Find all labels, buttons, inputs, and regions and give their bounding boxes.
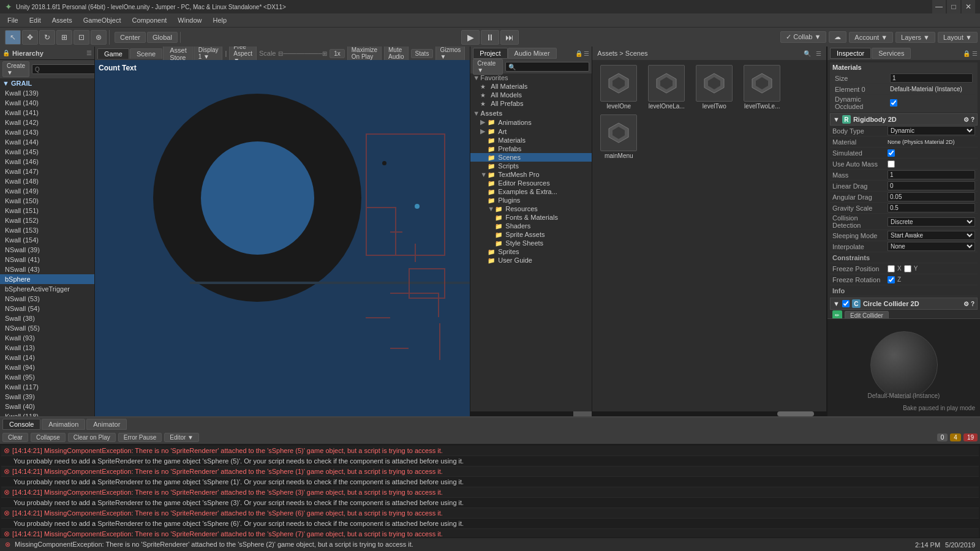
hier-item[interactable]: Kwall (151) xyxy=(0,206,94,216)
rigidbody2d-header[interactable]: ▼ R Rigidbody 2D ⚙ ? xyxy=(830,113,978,126)
transform-btn-1[interactable]: ↖ xyxy=(5,30,21,45)
pivot-btn[interactable]: Center xyxy=(115,32,146,43)
menu-component[interactable]: Component xyxy=(127,15,172,25)
account-btn[interactable]: Account ▼ xyxy=(849,32,893,43)
transform-btn-4[interactable]: ⊞ xyxy=(56,30,72,45)
gravity-scale-input[interactable] xyxy=(888,203,975,212)
hier-item[interactable]: NSwall (55) xyxy=(0,323,94,333)
hier-item[interactable]: Kwall (148) xyxy=(0,176,94,186)
simulated-checkbox[interactable] xyxy=(888,149,895,157)
hierarchy-create-btn[interactable]: Create ▼ xyxy=(2,61,29,77)
hier-item[interactable]: Kwall (118) xyxy=(0,411,94,416)
hier-item[interactable]: NSwall (43) xyxy=(0,264,94,274)
minimize-btn[interactable]: — xyxy=(932,0,946,13)
hier-item[interactable]: Kwall (14) xyxy=(0,353,94,362)
hierarchy-menu-icon[interactable]: ☰ xyxy=(86,50,92,56)
sleeping-mode-dropdown[interactable]: Start Awake xyxy=(888,231,975,240)
hier-item[interactable]: Swall (40) xyxy=(0,402,94,411)
hier-item[interactable]: NSwall (41) xyxy=(0,255,94,264)
transform-btn-6[interactable]: ⊛ xyxy=(91,30,107,45)
transform-btn-2[interactable]: ✥ xyxy=(22,30,38,45)
hier-item[interactable]: Kwall (145) xyxy=(0,147,94,157)
tree-shaders[interactable]: 📁Shaders xyxy=(470,222,592,230)
tab-scene[interactable]: Scene xyxy=(130,48,162,59)
editor-btn[interactable]: Editor ▼ xyxy=(164,433,199,442)
tree-all-prefabs[interactable]: ★All Prefabs xyxy=(470,99,592,108)
tree-textmesh[interactable]: ▼📁TextMesh Pro xyxy=(470,170,592,179)
linear-drag-input[interactable] xyxy=(888,181,975,190)
maximize-on-play-btn[interactable]: Maximize On Play xyxy=(347,45,382,61)
hier-item[interactable]: Kwall (153) xyxy=(0,225,94,235)
hier-item[interactable]: Kwall (13) xyxy=(0,343,94,353)
menu-assets[interactable]: Assets xyxy=(47,15,77,25)
hier-item[interactable]: Kwall (143) xyxy=(0,127,94,137)
menu-help[interactable]: Help xyxy=(208,15,232,25)
tree-all-models[interactable]: ★All Models xyxy=(470,91,592,99)
edit-collider-btn[interactable]: Edit Collider xyxy=(845,311,889,319)
tab-project[interactable]: Project xyxy=(473,48,507,59)
transform-btn-5[interactable]: ⊡ xyxy=(74,30,89,45)
hier-item[interactable]: Kwall (146) xyxy=(0,157,94,167)
favorites-header[interactable]: ▼ Favorites xyxy=(470,73,592,82)
menu-file[interactable]: File xyxy=(2,15,23,25)
tree-materials[interactable]: 📁Materials xyxy=(470,136,592,144)
asset-level-one-la[interactable]: levelOneLa... xyxy=(645,65,688,110)
tree-resources[interactable]: ▼📁Resources xyxy=(470,204,592,213)
tree-editor-resources[interactable]: 📁Editor Resources xyxy=(470,179,592,187)
tab-console[interactable]: Console xyxy=(2,419,40,430)
maximize-btn[interactable]: □ xyxy=(947,0,960,13)
dynamic-occluded-checkbox[interactable] xyxy=(890,99,897,107)
tab-game[interactable]: Game xyxy=(97,48,129,59)
hier-item[interactable]: NSwall (54) xyxy=(0,304,94,313)
tree-sprites[interactable]: 📁Sprites xyxy=(470,247,592,256)
tree-art[interactable]: ▶📁Art xyxy=(470,127,592,136)
project-search[interactable] xyxy=(505,62,589,72)
tab-audio-mixer[interactable]: Audio Mixer xyxy=(508,48,557,59)
layers-btn[interactable]: Layers ▼ xyxy=(895,32,935,43)
asset-level-one[interactable]: levelOne xyxy=(597,65,640,110)
tab-services[interactable]: Services xyxy=(872,48,911,59)
freeze-z-checkbox[interactable] xyxy=(888,276,895,283)
tree-scripts[interactable]: 📁Scripts xyxy=(470,162,592,170)
hier-item[interactable]: Swall (39) xyxy=(0,392,94,402)
hier-item-bsphere[interactable]: bSphere xyxy=(0,274,94,284)
hier-item[interactable]: Kwall (142) xyxy=(0,118,94,127)
asset-level-two-le[interactable]: levelTwoLe... xyxy=(741,65,783,110)
tree-scenes[interactable]: 📁Scenes xyxy=(470,153,592,162)
tab-animation[interactable]: Animation xyxy=(42,419,85,430)
hier-item[interactable]: Kwall (140) xyxy=(0,98,94,108)
hier-item[interactable]: Kwall (154) xyxy=(0,235,94,245)
hier-item[interactable]: Swall (38) xyxy=(0,313,94,323)
angular-drag-input[interactable] xyxy=(888,192,975,201)
size-input[interactable] xyxy=(890,73,973,83)
hier-item[interactable]: NSwall (39) xyxy=(0,245,94,255)
clear-btn[interactable]: Clear xyxy=(2,433,28,442)
hier-item[interactable]: Kwall (150) xyxy=(0,196,94,206)
hier-item[interactable]: ▼ GRAIL xyxy=(0,78,94,88)
layout-btn[interactable]: Layout ▼ xyxy=(938,32,978,43)
tab-animator[interactable]: Animator xyxy=(86,419,127,430)
tree-fonts[interactable]: 📁Fonts & Materials xyxy=(470,213,592,222)
circle-collider-enabled[interactable] xyxy=(842,300,850,307)
assets-menu-icon[interactable]: ☰ xyxy=(816,50,821,57)
display-btn[interactable]: Display 1 ▼ xyxy=(194,45,223,61)
pause-btn[interactable]: ⏸ xyxy=(481,30,499,45)
space-btn[interactable]: Global xyxy=(147,32,178,43)
hier-item[interactable]: NSwall (53) xyxy=(0,294,94,304)
collapse-btn[interactable]: Collapse xyxy=(31,433,66,442)
hier-item[interactable]: Kwall (95) xyxy=(0,372,94,382)
menu-edit[interactable]: Edit xyxy=(24,15,46,25)
hier-item[interactable]: Kwall (149) xyxy=(0,186,94,196)
auto-mass-checkbox[interactable] xyxy=(888,160,895,168)
menu-window[interactable]: Window xyxy=(173,15,206,25)
hier-item[interactable]: Kwall (147) xyxy=(0,167,94,176)
clear-on-play-btn[interactable]: Clear on Play xyxy=(68,433,116,442)
menu-gameobject[interactable]: GameObject xyxy=(78,15,126,25)
transform-btn-3[interactable]: ↻ xyxy=(39,30,55,45)
assets-header[interactable]: ▼ Assets xyxy=(470,109,592,118)
hier-item[interactable]: Kwall (93) xyxy=(0,333,94,343)
game-viewport[interactable]: Count Text xyxy=(95,60,470,416)
collab-btn[interactable]: ✓ Collab ▼ xyxy=(780,31,826,43)
component-help-icon[interactable]: ? xyxy=(971,116,974,123)
tree-plugins[interactable]: 📁Plugins xyxy=(470,196,592,204)
